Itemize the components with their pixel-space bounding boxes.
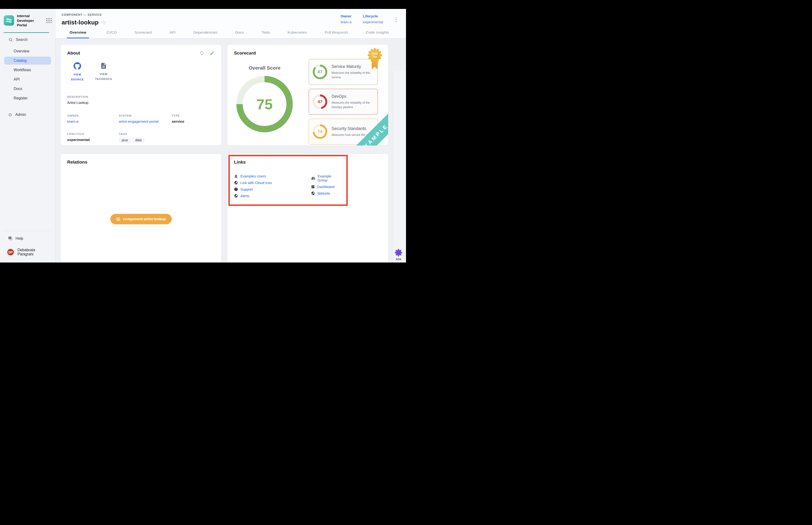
type-field: TYPE service xyxy=(172,114,215,124)
group-icon xyxy=(311,176,315,180)
entity-header: COMPONENT — SERVICE artist-lookup ☆ Owne… xyxy=(56,9,406,26)
refresh-icon[interactable] xyxy=(199,50,204,56)
page-title: artist-lookup xyxy=(62,19,98,26)
user-menu[interactable]: DP Debabrata Panigrahi xyxy=(0,242,55,262)
description-label: DESCRIPTION xyxy=(67,95,215,98)
aida-widget[interactable]: AIDA xyxy=(393,249,404,260)
owner-field: OWNER team-a xyxy=(67,114,119,124)
sidebar-item-register[interactable]: Register xyxy=(0,94,55,102)
help-button[interactable]: ? Help xyxy=(0,235,55,242)
top-black-bar xyxy=(0,0,406,9)
links-title: Links xyxy=(234,160,342,165)
tags-field: TAGS java data xyxy=(119,133,172,143)
overall-score-block: Overall Score 75 xyxy=(235,59,294,145)
breadcrumb: COMPONENT — SERVICE xyxy=(62,13,106,16)
scorecard-card: Scorecard xyxy=(227,45,388,146)
sidebar-item-admin[interactable]: Admin xyxy=(0,110,55,119)
favorite-star-icon[interactable]: ☆ xyxy=(101,20,106,25)
view-techdocs-button[interactable]: VIEW TECHDOCS xyxy=(93,62,114,82)
gold-tier-badge: Gold Tier xyxy=(367,48,382,72)
owner-label: Owner xyxy=(340,14,352,18)
sidebar-item-workflows[interactable]: Workflows xyxy=(0,66,55,74)
lifecycle-meta: Lifecycle experimental xyxy=(363,14,383,24)
system-link[interactable]: artist-engagement-portal xyxy=(119,119,172,124)
help-circle-icon xyxy=(234,187,238,191)
more-options-icon[interactable] xyxy=(394,16,398,24)
about-card: About VIEW SOURCE xyxy=(61,45,221,146)
content-area: About VIEW SOURCE xyxy=(56,38,406,262)
main-area: COMPONENT — SERVICE artist-lookup ☆ Owne… xyxy=(56,9,406,262)
svg-text:?: ? xyxy=(9,237,10,239)
link-website[interactable]: Website xyxy=(311,191,342,195)
lifecycle-field: LIFECYCLE experimental xyxy=(67,133,119,143)
user-name: Debabrata Panigrahi xyxy=(18,248,51,256)
link-example-group[interactable]: Example Group xyxy=(311,174,342,182)
globe-icon xyxy=(311,191,315,195)
globe-icon xyxy=(234,194,238,198)
tab-code-insights[interactable]: Code Insights xyxy=(365,30,389,38)
description-value: Artist Lookup xyxy=(67,101,215,105)
service-maturity-ring: 87 xyxy=(313,65,327,79)
app-logo-icon xyxy=(4,15,14,26)
links-highlight-box: Links Examples Users Link wit xyxy=(228,155,348,206)
devops-ring: 47 xyxy=(313,94,327,109)
tab-overview[interactable]: Overview xyxy=(67,30,89,38)
help-label: Help xyxy=(16,236,23,241)
user-avatar: DP xyxy=(6,248,15,256)
tab-pull-requests[interactable]: Pull Requests xyxy=(324,30,349,38)
link-dashboard[interactable]: Dashboard xyxy=(311,185,342,189)
owner-team-link[interactable]: team-a xyxy=(67,119,119,124)
admin-label: Admin xyxy=(15,112,26,117)
view-source-button[interactable]: VIEW SOURCE xyxy=(67,62,88,82)
gear-icon xyxy=(8,112,13,117)
right-scroll-rail[interactable] xyxy=(393,71,406,262)
sidebar-nav: Overview Catalog Workflows API Docs Regi… xyxy=(0,47,55,102)
link-with-cloud-icon[interactable]: Link with Cloud Icon xyxy=(234,181,311,185)
dashboard-icon xyxy=(311,185,315,189)
tab-todo[interactable]: Todo xyxy=(261,30,271,38)
owner-meta: Owner team-a xyxy=(340,14,352,24)
tab-dependencies[interactable]: Dependencies xyxy=(193,30,218,38)
links-card: Links Examples Users Link wit xyxy=(227,154,388,262)
tab-docs[interactable]: Docs xyxy=(235,30,244,38)
sidebar: Internal Developer Portal Search Overvie… xyxy=(0,9,56,262)
scorecard-title: Scorecard xyxy=(234,50,388,56)
tab-cicd[interactable]: CI/CD xyxy=(106,30,117,38)
sidebar-item-docs[interactable]: Docs xyxy=(0,85,55,93)
tab-scorecard[interactable]: Scorecard xyxy=(134,30,152,38)
sidebar-item-api[interactable]: API xyxy=(0,75,55,84)
page: Internal Developer Portal Search Overvie… xyxy=(0,0,406,262)
github-icon xyxy=(74,62,81,70)
view-source-label: VIEW SOURCE xyxy=(68,72,87,82)
entity-tabs: Overview CI/CD Scorecard API Dependencie… xyxy=(56,26,406,38)
sidebar-item-overview[interactable]: Overview xyxy=(0,47,55,55)
component-chip-icon xyxy=(116,217,121,221)
aida-label: AIDA xyxy=(393,258,404,260)
link-support[interactable]: Support xyxy=(234,187,311,191)
owner-link[interactable]: team-a xyxy=(340,20,352,24)
apps-grid-icon[interactable] xyxy=(46,18,52,23)
edit-pencil-icon[interactable] xyxy=(210,50,215,56)
relations-entity-chip[interactable]: component:artist-lookup xyxy=(110,214,172,224)
document-icon xyxy=(100,62,107,69)
sidebar-bottom-divider xyxy=(4,231,51,231)
metric-devops[interactable]: 47 DevOps Measures the reliability of th… xyxy=(309,89,378,115)
tag-data[interactable]: data xyxy=(133,137,144,143)
tag-java[interactable]: java xyxy=(119,137,131,143)
badge-line1: Gold xyxy=(372,52,378,55)
lifecycle-label: Lifecycle xyxy=(363,14,383,18)
search-input[interactable]: Search xyxy=(0,33,55,44)
sidebar-item-catalog[interactable]: Catalog xyxy=(4,57,51,65)
security-standards-ring: 74 xyxy=(313,124,327,139)
tab-kubernetes[interactable]: Kubernetes xyxy=(287,30,307,38)
globe-icon xyxy=(234,181,238,185)
view-techdocs-label: VIEW TECHDOCS xyxy=(94,72,113,81)
help-chat-icon: ? xyxy=(8,236,13,241)
aida-flower-icon xyxy=(395,249,402,257)
tab-api[interactable]: API xyxy=(169,30,176,38)
person-icon xyxy=(234,174,238,178)
badge-line2: Tier xyxy=(372,55,377,58)
overall-score-value: 75 xyxy=(257,96,273,112)
link-examples-users[interactable]: Examples Users xyxy=(234,174,311,178)
link-alerts[interactable]: Alerts xyxy=(234,194,311,198)
